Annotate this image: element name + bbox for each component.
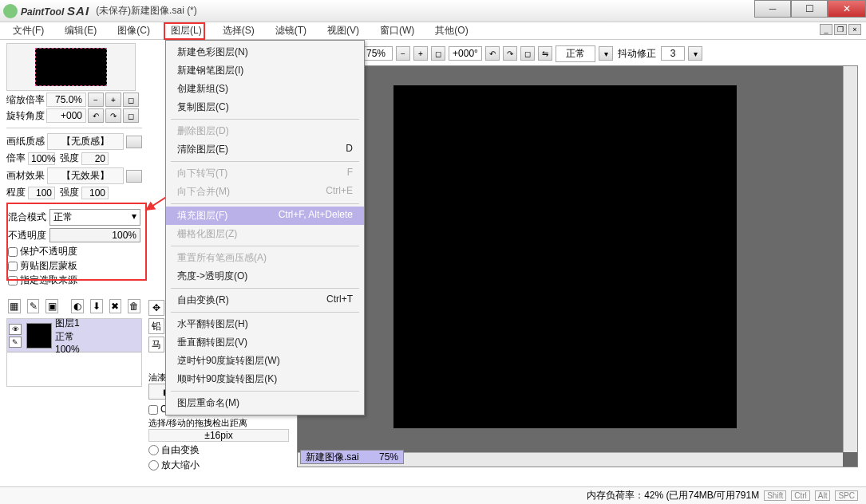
canvas-page[interactable] (393, 85, 737, 428)
zoom-fit-icon[interactable]: ◻ (431, 46, 445, 61)
opacity-value[interactable]: 100% (49, 228, 140, 242)
memory-status: 内存负荷率：42% (已用74MB/可用791M (587, 489, 759, 502)
navigator[interactable] (6, 43, 136, 91)
menu-view[interactable]: 视图(V) (324, 22, 362, 39)
clip-mask-checkbox[interactable] (8, 262, 18, 271)
mi-rotate-ccw[interactable]: 逆时针90度旋转图层(W) (166, 352, 364, 370)
stabilizer-picker-icon[interactable]: ▾ (688, 46, 702, 61)
menu-select[interactable]: 选择(S) (219, 22, 258, 39)
blend-mode-label: 混合模式 (8, 211, 49, 224)
rotate-reset-button[interactable]: ◻ (123, 108, 139, 123)
mi-lum-to-alpha[interactable]: 亮度->透明度(O) (166, 267, 364, 285)
new-pen-layer-icon[interactable]: ✎ (27, 299, 40, 313)
mode-picker-icon[interactable]: ▾ (599, 46, 613, 61)
menu-layer[interactable]: 图层(L) (168, 22, 205, 39)
zoom-value[interactable]: 75.0% (46, 93, 86, 107)
effect-strength-label: 强度 (60, 186, 79, 199)
visibility-icon[interactable]: 👁 (9, 324, 22, 335)
mi-new-color-layer[interactable]: 新建色彩图层(N) (166, 43, 364, 61)
merge-icon[interactable]: ⬇ (90, 299, 103, 313)
mdi-close-icon[interactable]: × (848, 24, 861, 35)
mdi-minimize-icon[interactable]: _ (820, 24, 832, 35)
zoom-out-icon[interactable]: − (396, 46, 410, 61)
mdi-restore-icon[interactable]: ❐ (834, 24, 847, 35)
effect-picker-icon[interactable] (126, 170, 142, 183)
mi-clear-layer[interactable]: 清除图层(E)D (166, 140, 364, 159)
canvas-toolbar: ⇄ 选区边缘 75% − + ◻ +000° ↶ ↷ ◻ ⇋ 正常 ▾ 抖动修正… (297, 45, 858, 62)
titlebar: PaintTool SAI (未保存)新建图像.sai (*) ─ ☐ ✕ (0, 0, 866, 22)
rotate-ccw-icon[interactable]: ↶ (485, 46, 500, 61)
mi-reset-pressure: 重置所有笔画压感(A) (166, 249, 364, 267)
mi-flip-v[interactable]: 垂直翻转图层(V) (166, 333, 364, 352)
document-tab[interactable]: 新建图像.sai 75% (300, 450, 404, 464)
zoom-reset-button[interactable]: ◻ (123, 93, 139, 107)
scrollbar-vertical[interactable] (843, 66, 857, 452)
zoom-label: 缩放倍率 (6, 93, 45, 107)
marker-tool-icon[interactable]: 马 (148, 337, 164, 352)
tool-column: ✥ 铅 马 (148, 300, 166, 352)
menu-filter[interactable]: 滤镜(T) (272, 22, 310, 39)
canvas-area[interactable] (297, 65, 858, 467)
mi-new-group[interactable]: 创建新组(S) (166, 80, 364, 98)
zoom-in-button[interactable]: + (105, 93, 121, 107)
mi-fill-layer[interactable]: 填充图层(F)Ctrl+F, Alt+Delete (166, 207, 364, 225)
mask-icon[interactable]: ◐ (71, 299, 84, 313)
clear-icon[interactable]: ✖ (109, 299, 122, 313)
protect-alpha-label: 保护不透明度 (20, 245, 77, 258)
app-brand: PaintTool SAI (21, 4, 89, 18)
new-layer-icon[interactable]: ▦ (8, 299, 21, 313)
layer-menu-dropdown: 新建色彩图层(N) 新建钢笔图层(I) 创建新组(S) 复制图层(C) 删除图层… (165, 40, 365, 415)
maximize-button[interactable]: ☐ (791, 0, 828, 18)
selection-source-checkbox[interactable] (8, 276, 18, 285)
rotate-cw-icon[interactable]: ↷ (503, 46, 517, 61)
clip-mask-label: 剪贴图层蒙板 (20, 259, 77, 273)
rotate-right-button[interactable]: ↷ (105, 108, 121, 123)
mi-duplicate-layer[interactable]: 复制图层(C) (166, 98, 364, 116)
ctrl-click-layer-checkbox[interactable] (148, 405, 158, 415)
move-tool-icon[interactable]: ✥ (148, 300, 164, 316)
scale-radio[interactable] (148, 460, 159, 471)
mi-rename[interactable]: 图层重命名(M) (166, 394, 364, 412)
angle-field[interactable]: +000° (449, 46, 482, 61)
texture-value[interactable]: 【无质感】 (47, 133, 124, 150)
drag-detect-value[interactable]: ±16pix (148, 429, 289, 442)
free-transform-radio[interactable] (148, 445, 159, 455)
layer-item[interactable]: 👁 ✎ 图层1 正常 100% (7, 319, 141, 352)
zoom-out-button[interactable]: − (88, 93, 104, 107)
key-space: SPC (835, 490, 858, 501)
close-button[interactable]: ✕ (828, 0, 866, 18)
mi-free-transform[interactable]: 自由变换(R)Ctrl+T (166, 291, 364, 309)
menu-edit[interactable]: 编辑(E) (61, 22, 100, 39)
rotate-reset-icon[interactable]: ◻ (520, 46, 535, 61)
pencil-tool-icon[interactable]: 铅 (148, 318, 164, 334)
mi-new-pen-layer[interactable]: 新建钢笔图层(I) (166, 61, 364, 80)
new-group-icon[interactable]: ▣ (45, 299, 58, 313)
mi-flip-h[interactable]: 水平翻转图层(H) (166, 315, 364, 333)
effect-value[interactable]: 【无效果】 (47, 167, 124, 184)
rotation-value[interactable]: +000 (46, 108, 86, 123)
layer-opacity: 100% (55, 344, 80, 355)
edit-icon[interactable]: ✎ (9, 337, 22, 348)
protect-alpha-checkbox[interactable] (8, 247, 18, 257)
stabilizer-value[interactable]: 3 (661, 46, 685, 61)
texture-picker-icon[interactable] (126, 136, 142, 148)
flip-icon[interactable]: ⇋ (538, 46, 552, 61)
mode-field[interactable]: 正常 (556, 45, 595, 62)
document-zoom: 75% (379, 451, 398, 463)
effect-amount-value[interactable]: 100 (28, 187, 55, 199)
zoom-in-icon[interactable]: + (413, 46, 428, 61)
menu-image[interactable]: 图像(C) (114, 22, 153, 39)
texture-strength-value[interactable]: 20 (81, 152, 109, 165)
mi-transfer-down: 向下转写(T)F (166, 164, 364, 183)
layer-thumb (26, 323, 52, 348)
blend-mode-select[interactable]: 正常▾ (49, 209, 140, 226)
delete-layer-icon[interactable]: 🗑 (128, 299, 140, 313)
mi-rotate-cw[interactable]: 顺时针90度旋转图层(K) (166, 370, 364, 388)
texture-scale-value[interactable]: 100% (28, 152, 55, 165)
rotate-left-button[interactable]: ↶ (88, 108, 104, 123)
effect-strength-value[interactable]: 100 (81, 187, 109, 199)
menu-window[interactable]: 窗口(W) (377, 22, 417, 39)
menu-other[interactable]: 其他(O) (432, 22, 471, 39)
menu-file[interactable]: 文件(F) (10, 22, 47, 39)
minimize-button[interactable]: ─ (754, 0, 791, 18)
